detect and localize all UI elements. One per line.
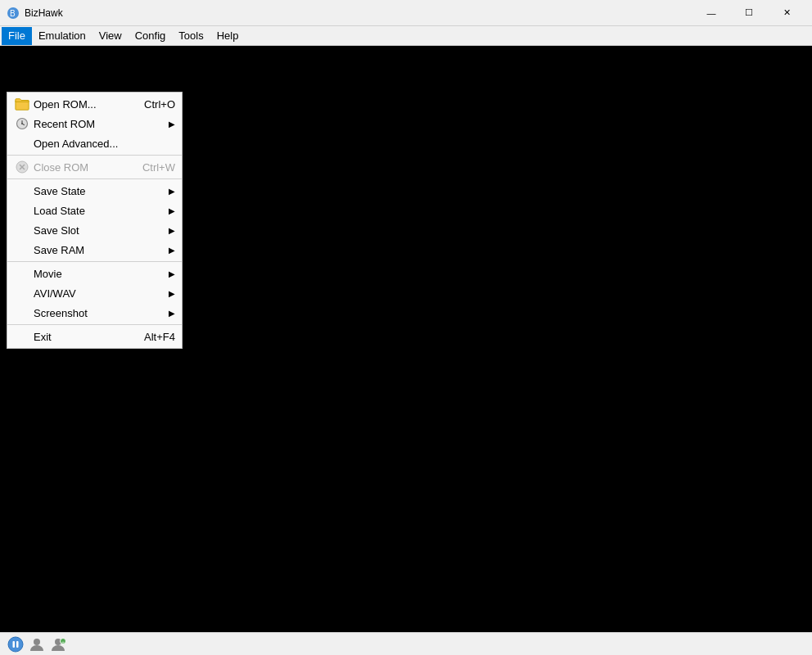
- menu-item-open-rom[interactable]: Open ROM... Ctrl+O: [7, 94, 182, 114]
- recent-rom-arrow: ▶: [169, 120, 175, 129]
- menu-file[interactable]: File: [2, 27, 32, 45]
- menu-item-save-slot[interactable]: Save Slot ▶: [7, 220, 182, 240]
- menu-item-save-state[interactable]: Save State ▶: [7, 181, 182, 201]
- screenshot-spacer: [14, 305, 30, 321]
- minimize-button[interactable]: —: [692, 0, 730, 26]
- separator-3: [7, 261, 182, 262]
- avi-wav-arrow: ▶: [169, 289, 175, 298]
- svg-point-4: [21, 123, 23, 124]
- svg-rect-10: [16, 641, 19, 648]
- close-button[interactable]: ✕: [768, 0, 805, 26]
- main-window: B BizHawk — ☐ ✕ File Emulation View Conf…: [0, 0, 812, 655]
- window-controls: — ☐ ✕: [692, 0, 805, 26]
- separator-1: [7, 155, 182, 156]
- title-bar: B BizHawk — ☐ ✕: [0, 0, 812, 26]
- recent-icon: [14, 115, 30, 132]
- svg-rect-9: [13, 641, 16, 648]
- status-bar: +: [0, 632, 812, 655]
- menu-item-movie[interactable]: Movie ▶: [7, 264, 182, 283]
- menu-item-avi-wav[interactable]: AVI/WAV ▶: [7, 283, 182, 303]
- menu-view[interactable]: View: [92, 27, 129, 45]
- save-state-spacer: [14, 183, 30, 199]
- svg-point-8: [8, 637, 23, 652]
- save-ram-spacer: [14, 242, 30, 258]
- svg-point-11: [34, 639, 40, 645]
- save-state-arrow: ▶: [169, 187, 175, 196]
- menu-item-close-rom[interactable]: Close ROM Ctrl+W: [7, 157, 182, 177]
- status-icon-user2: +: [49, 635, 67, 653]
- status-icon-pause: [7, 635, 25, 653]
- status-icon-user1: [28, 635, 46, 653]
- separator-4: [7, 324, 182, 325]
- menu-item-open-advanced[interactable]: Open Advanced...: [7, 133, 182, 153]
- menu-item-save-ram[interactable]: Save RAM ▶: [7, 240, 182, 260]
- menu-config[interactable]: Config: [129, 27, 173, 45]
- load-state-arrow: ▶: [169, 206, 175, 215]
- menu-item-screenshot[interactable]: Screenshot ▶: [7, 303, 182, 323]
- movie-spacer: [14, 265, 30, 282]
- svg-text:B: B: [10, 9, 16, 18]
- svg-text:+: +: [61, 639, 65, 644]
- exit-spacer: [14, 328, 30, 345]
- save-slot-arrow: ▶: [169, 226, 175, 235]
- close-rom-icon: [14, 159, 30, 175]
- separator-2: [7, 178, 182, 179]
- menu-emulation[interactable]: Emulation: [32, 27, 92, 45]
- folder-icon: [14, 96, 30, 112]
- open-advanced-spacer: [14, 135, 30, 151]
- menu-item-recent-rom[interactable]: Recent ROM ▶: [7, 114, 182, 133]
- window-title: BizHawk: [25, 7, 692, 19]
- avi-wav-spacer: [14, 285, 30, 301]
- menu-help[interactable]: Help: [210, 27, 246, 45]
- file-dropdown-menu: Open ROM... Ctrl+O Recent ROM ▶ Open: [7, 92, 183, 349]
- app-icon: B: [7, 7, 20, 20]
- movie-arrow: ▶: [169, 269, 175, 278]
- screenshot-arrow: ▶: [169, 309, 175, 318]
- save-ram-arrow: ▶: [169, 246, 175, 255]
- menu-bar: File Emulation View Config Tools Help: [0, 26, 812, 46]
- load-state-spacer: [14, 202, 30, 219]
- content-area: Open ROM... Ctrl+O Recent ROM ▶ Open: [0, 46, 812, 632]
- menu-item-exit[interactable]: Exit Alt+F4: [7, 327, 182, 346]
- menu-tools[interactable]: Tools: [172, 27, 210, 45]
- menu-item-load-state[interactable]: Load State ▶: [7, 201, 182, 220]
- save-slot-spacer: [14, 222, 30, 238]
- maximize-button[interactable]: ☐: [730, 0, 768, 26]
